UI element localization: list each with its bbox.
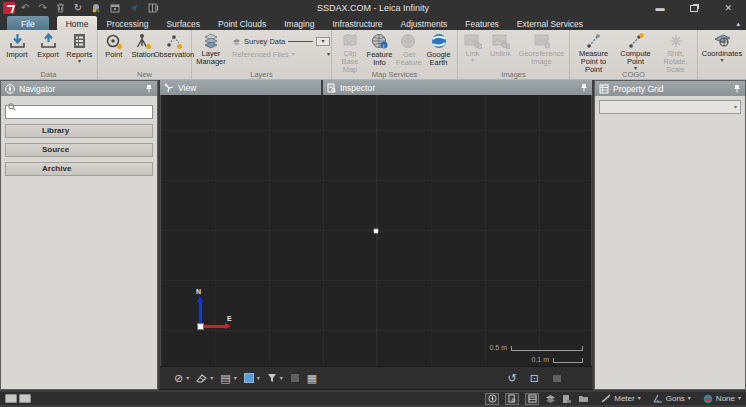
property-grid-pin-icon[interactable] bbox=[733, 84, 741, 93]
axis-origin-marker bbox=[197, 323, 204, 330]
delete-icon[interactable] bbox=[56, 3, 65, 13]
scale-bar-major-rule bbox=[511, 346, 583, 351]
tab-file[interactable]: File bbox=[7, 16, 49, 30]
observation-button[interactable]: Observation bbox=[158, 32, 190, 59]
crs-dropdown[interactable]: None ▾ bbox=[703, 394, 741, 404]
navigator-section-library[interactable]: Library bbox=[5, 124, 153, 138]
tab-surfaces[interactable]: Surfaces bbox=[157, 16, 209, 30]
coordinates-button[interactable]: Coordinates ▾ bbox=[699, 32, 745, 63]
inspector-tab[interactable]: Inspector bbox=[323, 80, 592, 95]
view-tab[interactable]: View bbox=[160, 80, 321, 95]
clip-base-map-icon bbox=[342, 33, 359, 49]
angle-icon bbox=[653, 394, 663, 403]
import-icon bbox=[9, 33, 26, 50]
grid-icon: ▦ bbox=[307, 373, 317, 384]
tab-imaging[interactable]: Imaging bbox=[275, 16, 323, 30]
zoom-extents-button[interactable]: ⊡ bbox=[530, 372, 539, 385]
send-icon[interactable] bbox=[129, 3, 139, 13]
undo-icon[interactable]: ↶ bbox=[21, 3, 29, 13]
display-mode-button[interactable]: ⊘▾ bbox=[174, 373, 189, 384]
report-status-icon[interactable] bbox=[562, 394, 572, 404]
point-label: Point bbox=[105, 51, 122, 59]
reports-button[interactable]: Reports ▾ bbox=[64, 32, 96, 64]
tab-adjustments[interactable]: Adjustments bbox=[392, 16, 457, 30]
minimize-button[interactable]: ▬ bbox=[655, 4, 664, 13]
search-input[interactable] bbox=[5, 105, 153, 119]
compass-icon bbox=[5, 84, 15, 94]
group-layers: Layer Manager Survey Data ▾ Referenced F… bbox=[192, 30, 332, 79]
layers-status-icon[interactable] bbox=[545, 394, 556, 404]
background-color-button[interactable]: ▾ bbox=[244, 373, 260, 383]
pin-icon[interactable] bbox=[145, 84, 153, 93]
edit-style-button[interactable]: ▾ bbox=[196, 373, 213, 383]
axis-north-label: N bbox=[196, 288, 201, 295]
axis-east-arrow bbox=[204, 325, 226, 328]
scale-bar-major: 0.5 m bbox=[489, 344, 583, 351]
measure-point-to-point-button[interactable]: Measure Point to Point bbox=[572, 32, 616, 74]
close-button[interactable]: ✕ bbox=[724, 4, 732, 13]
window-title: SSDAX.COM - Leica Infinity bbox=[317, 3, 429, 13]
tab-point-clouds[interactable]: Point Clouds bbox=[209, 16, 275, 30]
group-map-services: Clip Base Map i Feature Info Get Feature… bbox=[332, 30, 458, 79]
layer-stack-icon: ▤ bbox=[220, 373, 230, 384]
collapse-ribbon-icon[interactable]: ▴ bbox=[736, 20, 740, 28]
survey-data-style-dropdown[interactable]: ▾ bbox=[316, 37, 330, 46]
extra-view-button bbox=[552, 373, 562, 383]
origin-point-marker bbox=[374, 229, 378, 233]
tab-home[interactable]: Home bbox=[57, 16, 98, 30]
inspector-toggle-button[interactable] bbox=[505, 393, 519, 405]
layer-manager-button[interactable]: Layer Manager bbox=[193, 32, 229, 66]
export-button[interactable]: Export bbox=[33, 32, 64, 59]
angle-unit-dropdown[interactable]: Gons ▾ bbox=[653, 394, 691, 403]
ribbon-tab-row: File Home Processing Surfaces Point Clou… bbox=[0, 16, 746, 30]
display-mode-icon: ⊘ bbox=[174, 373, 183, 384]
scale-bar-minor-rule bbox=[553, 358, 583, 363]
navigator-header[interactable]: Navigator bbox=[1, 81, 157, 96]
navigator-section-source[interactable]: Source bbox=[5, 143, 153, 157]
map-canvas[interactable]: N E 0.5 m 0.1 m bbox=[160, 95, 592, 366]
property-grid-toggle-button[interactable] bbox=[525, 393, 539, 405]
import-button[interactable]: Import bbox=[2, 32, 33, 59]
tab-processing[interactable]: Processing bbox=[97, 16, 157, 30]
filter-button[interactable]: ▾ bbox=[267, 373, 283, 383]
restore-button[interactable] bbox=[690, 5, 698, 12]
archive-box-icon[interactable] bbox=[110, 3, 120, 13]
navigator-toggle-icon bbox=[488, 394, 497, 403]
sync-icon[interactable]: ↻ bbox=[74, 3, 82, 13]
status-mini-button-1[interactable] bbox=[5, 394, 17, 403]
project-status-icon[interactable] bbox=[578, 394, 589, 403]
main-area: Navigator Library Source Archive View In… bbox=[0, 80, 746, 390]
compute-point-button[interactable]: Compute Point ▾ bbox=[616, 32, 656, 71]
layers-more-dropdown[interactable]: ▾ bbox=[327, 52, 330, 57]
group-images-label: Images bbox=[458, 70, 569, 79]
survey-data-row[interactable]: Survey Data ▾ bbox=[232, 37, 330, 46]
layer-visibility-button[interactable]: ▤▾ bbox=[220, 373, 236, 384]
scale-bar-major-label: 0.5 m bbox=[489, 344, 507, 351]
point-button[interactable]: Point bbox=[99, 32, 129, 59]
coordinates-icon bbox=[712, 33, 732, 49]
redo-icon[interactable]: ↷ bbox=[38, 3, 46, 13]
navigator-section-archive[interactable]: Archive bbox=[5, 162, 153, 176]
tab-infrastructure[interactable]: Infrastructure bbox=[323, 16, 391, 30]
tab-features[interactable]: Features bbox=[456, 16, 508, 30]
seal-icon[interactable] bbox=[91, 3, 101, 13]
status-mini-button-2[interactable] bbox=[19, 394, 31, 403]
navigator-toggle-button[interactable] bbox=[485, 393, 499, 405]
observation-label: Observation bbox=[154, 51, 194, 59]
feature-info-button[interactable]: i Feature Info bbox=[365, 32, 395, 67]
property-selector-combobox[interactable]: ▾ bbox=[599, 100, 741, 114]
inspector-pin-icon[interactable] bbox=[580, 83, 588, 92]
crs-value: None bbox=[716, 394, 735, 403]
referenced-files-row[interactable]: Referenced Files ▾ ▾ bbox=[232, 50, 330, 59]
reset-rotation-button[interactable]: ↺ bbox=[508, 372, 517, 385]
property-grid-header[interactable]: Property Grid bbox=[595, 81, 745, 96]
navigator-search bbox=[5, 100, 153, 119]
quick-access-toolbar: ↶ ↷ ↻ bbox=[21, 3, 159, 13]
property-grid-body: ▾ bbox=[595, 96, 745, 389]
group-new: Point Station Observation New bbox=[98, 30, 192, 79]
distance-unit-dropdown[interactable]: Meter ▾ bbox=[601, 394, 640, 403]
grid-toggle-button[interactable]: ▦ bbox=[307, 373, 317, 384]
google-earth-button[interactable]: Google Earth bbox=[424, 32, 454, 67]
window-layout-icon[interactable] bbox=[148, 3, 159, 13]
tab-external-services[interactable]: External Services bbox=[508, 16, 592, 30]
